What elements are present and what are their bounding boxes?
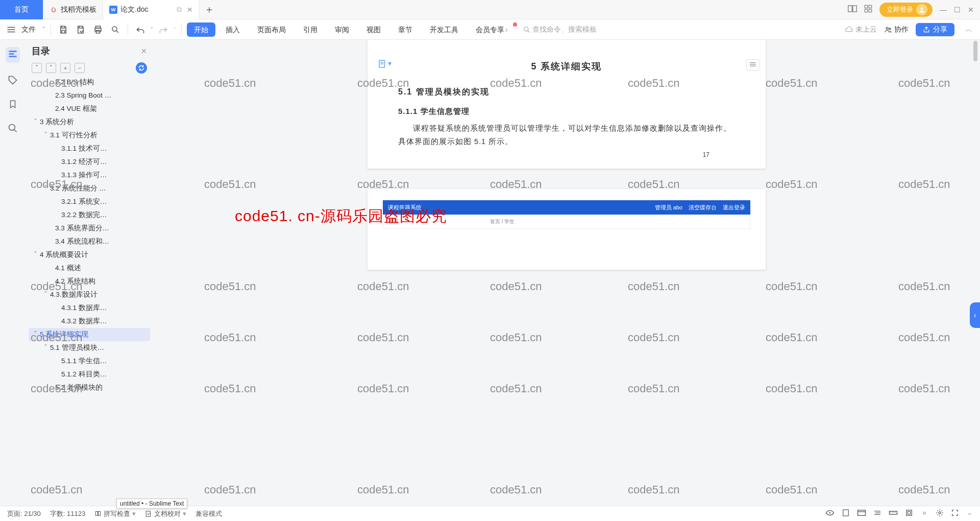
grid-icon[interactable] xyxy=(864,5,872,14)
toc-item[interactable]: ˅3.2 系统性能分 … xyxy=(29,182,150,195)
layout-icon[interactable] xyxy=(848,5,857,14)
scrollbar-thumb[interactable] xyxy=(973,41,977,61)
print-preview-icon[interactable] xyxy=(108,22,122,37)
toc-item[interactable]: 5.1.2 科目类… xyxy=(29,368,150,381)
fullscreen-icon[interactable] xyxy=(951,509,959,518)
search-rail-icon[interactable] xyxy=(8,123,18,135)
toc-item[interactable]: 4.1 概述 xyxy=(29,262,150,275)
tab-home[interactable]: 首页 xyxy=(0,0,43,19)
toc-item[interactable]: 5.1.1 学生信… xyxy=(29,354,150,368)
remove-heading-icon[interactable]: － xyxy=(75,63,85,73)
svg-point-17 xyxy=(524,27,528,31)
collapse-all-icon[interactable]: ˅ xyxy=(32,63,42,73)
collapse-ribbon-icon[interactable]: ︿ xyxy=(962,22,976,37)
toc-item[interactable]: ˅3 系统分析 xyxy=(29,115,150,129)
page-indicator[interactable]: 页面: 21/30 xyxy=(7,509,41,518)
login-button[interactable]: 立即登录 xyxy=(879,3,933,17)
word-count[interactable]: 字数: 11123 xyxy=(50,509,85,518)
ruler-icon[interactable] xyxy=(889,509,898,518)
zoom-100-icon[interactable]: Ω xyxy=(920,509,928,518)
toc-item[interactable]: 2.3 Spring Boot … xyxy=(29,89,150,102)
menu-page-layout[interactable]: 页面布局 xyxy=(250,19,293,40)
toc-item[interactable]: 2.4 VUE 框架 xyxy=(29,102,150,115)
page-tool-left-icon[interactable]: ▾ xyxy=(378,59,391,68)
eye-icon[interactable] xyxy=(825,509,835,518)
expand-all-icon[interactable]: ˄ xyxy=(46,63,56,73)
maximize-button[interactable]: ☐ xyxy=(954,6,961,14)
menu-member[interactable]: 会员专享› xyxy=(469,19,515,40)
close-icon[interactable]: ✕ xyxy=(187,6,193,14)
side-drawer-handle[interactable]: ‹ xyxy=(970,302,980,328)
toc-item[interactable]: 3.3 系统界面分… xyxy=(29,222,150,235)
toc-item[interactable]: 4.3.2 数据库… xyxy=(29,315,150,328)
close-window-button[interactable]: ✕ xyxy=(968,6,974,14)
chevron-down-icon[interactable]: ˅ xyxy=(42,26,45,34)
page-tool-right-icon[interactable] xyxy=(746,59,760,70)
close-icon[interactable]: ✕ xyxy=(141,47,147,55)
svg-point-15 xyxy=(112,27,117,31)
menu-references[interactable]: 引用 xyxy=(296,19,325,40)
menu-chapter[interactable]: 章节 xyxy=(391,19,420,40)
print-icon[interactable] xyxy=(91,22,105,37)
cloud-status[interactable]: 未上云 xyxy=(844,25,877,34)
toc-item[interactable]: 4.3.1 数据库… xyxy=(29,301,150,315)
toc-list: 2.2 B/S 结构2.3 Spring Boot …2.4 VUE 框架˅3 … xyxy=(29,76,150,501)
collab-button[interactable]: 协作 xyxy=(884,25,909,34)
menu-devtools[interactable]: 开发工具 xyxy=(423,19,465,40)
view-web-icon[interactable] xyxy=(857,509,866,518)
minimize-button[interactable]: — xyxy=(940,6,947,14)
tab-pip-icon[interactable]: ⧉ xyxy=(177,5,182,14)
proofread-toggle[interactable]: 文档校对▾ xyxy=(145,509,186,518)
toc-item[interactable]: 3.1.2 经济可… xyxy=(29,155,150,169)
svg-point-24 xyxy=(9,125,15,131)
outline-icon[interactable] xyxy=(6,47,20,63)
document-canvas[interactable]: ▾ 5 系统详细实现 5.1 管理员模块的实现 5.1.1 学生信息管理 课程答… xyxy=(153,40,980,506)
menu-insert[interactable]: 插入 xyxy=(218,19,247,40)
toc-item[interactable]: 3.4 系统流程和… xyxy=(29,235,150,248)
vertical-scrollbar[interactable] xyxy=(972,41,979,504)
bookmark-icon[interactable] xyxy=(8,99,17,111)
toc-item[interactable]: 2.2 B/S 结构 xyxy=(29,76,150,89)
settings-icon[interactable] xyxy=(936,509,944,518)
menu-start[interactable]: 开始 xyxy=(187,22,215,37)
save-as-icon[interactable] xyxy=(74,22,88,37)
svg-rect-23 xyxy=(9,56,17,57)
zoom-fit-icon[interactable] xyxy=(905,509,913,518)
chevron-down-icon[interactable]: ˅ xyxy=(151,27,153,32)
tab-template[interactable]: 找稻壳模板 xyxy=(43,0,103,19)
check-doc-icon xyxy=(145,510,152,517)
compat-mode[interactable]: 兼容模式 xyxy=(195,509,222,518)
file-menu[interactable]: 文件 xyxy=(21,25,36,34)
toc-item[interactable]: 3.1.3 操作可… xyxy=(29,169,150,182)
book-icon xyxy=(94,510,102,517)
toc-item[interactable]: ˅5.1 管理员模块… xyxy=(29,341,150,354)
hamburger-icon[interactable] xyxy=(4,22,18,37)
redo-icon[interactable] xyxy=(156,22,170,37)
toc-item[interactable]: 3.2.2 数据完… xyxy=(29,208,150,222)
doc-paragraph: 课程答疑系统的系统管理员可以管理学生，可以对学生信息添加修改删除以及查询操作。具… xyxy=(398,122,735,148)
sync-icon[interactable] xyxy=(136,62,147,74)
toc-item[interactable]: ˅3.1 可行性分析 xyxy=(29,129,150,142)
toc-item[interactable]: ˅4.3.数据库设计 xyxy=(29,288,150,301)
menu-view[interactable]: 视图 xyxy=(359,19,388,40)
add-heading-icon[interactable]: ＋ xyxy=(60,63,70,73)
toc-item[interactable]: 4.2 系统结构 xyxy=(29,275,150,288)
toc-item[interactable]: 5.2 老师模块的 xyxy=(29,381,150,394)
view-page-icon[interactable] xyxy=(842,509,850,518)
tag-icon[interactable] xyxy=(8,75,18,87)
menu-review[interactable]: 审阅 xyxy=(328,19,356,40)
search-input[interactable]: 查找命令、搜索模板 xyxy=(523,25,597,34)
new-tab-button[interactable]: ＋ xyxy=(200,3,219,16)
share-button[interactable]: 分享 xyxy=(916,23,954,36)
page-number: 17 xyxy=(703,151,709,158)
toc-item[interactable]: ˅4 系统概要设计 xyxy=(29,248,150,262)
zoom-out-button[interactable]: － xyxy=(966,509,973,518)
toc-item[interactable]: 3.1.1 技术可… xyxy=(29,142,150,155)
save-icon[interactable] xyxy=(56,22,70,37)
spellcheck-toggle[interactable]: 拼写检查▾ xyxy=(94,509,136,518)
undo-icon[interactable] xyxy=(133,22,148,37)
toc-item[interactable]: ˅5 系统详细实现 xyxy=(29,328,150,341)
tab-document[interactable]: W 论文.doc ⧉ ✕ xyxy=(103,0,200,19)
view-outline-icon[interactable] xyxy=(873,509,881,518)
toc-item[interactable]: 3.2.1 系统安… xyxy=(29,195,150,208)
